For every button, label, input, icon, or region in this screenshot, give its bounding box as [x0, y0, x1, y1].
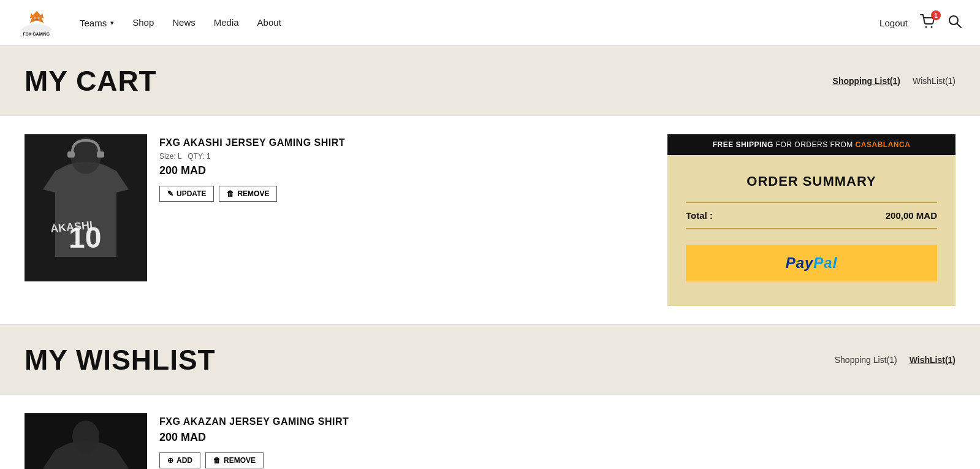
teams-link[interactable]: Teams ▾: [80, 18, 114, 28]
svg-point-10: [925, 26, 927, 28]
plus-icon: ⊕: [167, 456, 173, 465]
svg-point-11: [931, 26, 933, 28]
svg-point-8: [38, 17, 39, 18]
edit-icon: ✎: [167, 189, 173, 198]
news-label: News: [172, 17, 196, 28]
search-icon: [948, 15, 962, 28]
navigation: FOX GAMING Teams ▾ Shop News: [0, 0, 980, 46]
wishlist-title: MY WISHLIST: [25, 343, 216, 376]
about-label: About: [257, 17, 281, 28]
nav-item-shop[interactable]: Shop: [132, 17, 154, 28]
update-button[interactable]: ✎ UPDATE: [159, 186, 214, 202]
svg-rect-19: [97, 151, 104, 158]
product-image-akashi: 10 AKASHI: [25, 134, 147, 281]
wishlist-remove-button[interactable]: 🗑 REMOVE: [205, 452, 264, 468]
free-shipping-bar: FREE SHIPPING FOR ORDERS FROM CASABLANCA: [667, 134, 955, 155]
shop-link[interactable]: Shop: [132, 17, 154, 28]
paypal-pal-text: Pal: [813, 254, 837, 272]
total-label: Total :: [686, 210, 713, 221]
cart-items-list: 10 AKASHI FXG AKASHI JERSEY GAMING SHIRT…: [25, 134, 643, 306]
svg-line-13: [957, 23, 962, 28]
wishlist-section-header: MY WISHLIST Shopping List(1) WishList(1): [0, 324, 980, 395]
item-actions-akazan: ⊕ ADD 🗑 REMOVE: [159, 452, 955, 468]
nav-item-news[interactable]: News: [172, 17, 196, 28]
table-row: 10 AKASHI FXG AKASHI JERSEY GAMING SHIRT…: [25, 134, 643, 281]
akashi-jersey-svg: 10 AKASHI: [25, 134, 147, 281]
free-shipping-bold: FREE SHIPPING: [713, 140, 773, 149]
media-label: Media: [214, 17, 239, 28]
teams-label: Teams: [80, 18, 107, 28]
total-value: 200,00 MAD: [886, 210, 937, 221]
remove-button[interactable]: 🗑 REMOVE: [219, 186, 277, 202]
trash-icon: 🗑: [227, 189, 234, 198]
paypal-pay-text: Pay: [786, 254, 814, 272]
svg-text:FOX GAMING: FOX GAMING: [23, 31, 50, 36]
item-name-akazan: FXG AKAZAN JERSEY GAMING SHIRT: [159, 416, 955, 427]
order-summary-title: ORDER SUMMARY: [686, 173, 937, 189]
free-shipping-city: CASABLANCA: [856, 140, 911, 149]
svg-marker-2: [30, 11, 44, 23]
shop-label: Shop: [132, 17, 154, 28]
cart-section-header: MY CART Shopping List(1) WishList(1): [0, 46, 980, 116]
item-size: Size: L: [159, 152, 181, 161]
svg-rect-24: [81, 449, 91, 455]
nav-item-about[interactable]: About: [257, 17, 281, 28]
logo-icon: FOX GAMING: [18, 6, 55, 40]
teams-chevron-icon: ▾: [110, 19, 114, 27]
akazan-jersey-svg: 7 AKAZAN: [25, 413, 147, 469]
item-price-akazan: 200 MAD: [159, 431, 955, 444]
product-image-akazan: 7 AKAZAN: [25, 413, 147, 469]
item-actions-akashi: ✎ UPDATE 🗑 REMOVE: [159, 186, 643, 202]
nav-logo[interactable]: FOX GAMING: [18, 6, 55, 40]
nav-item-teams[interactable]: Teams ▾: [80, 18, 114, 28]
logout-button[interactable]: Logout: [879, 18, 908, 28]
svg-point-23: [72, 421, 99, 452]
svg-point-7: [34, 17, 36, 18]
trash-icon: 🗑: [213, 456, 221, 465]
cart-title: MY CART: [25, 64, 157, 97]
item-name-akashi: FXG AKASHI JERSEY GAMING SHIRT: [159, 137, 643, 148]
cart-wishlist-tab[interactable]: WishList(1): [913, 76, 955, 86]
item-details-akashi: FXG AKASHI JERSEY GAMING SHIRT Size: L Q…: [159, 134, 643, 202]
add-to-cart-button[interactable]: ⊕ ADD: [159, 452, 200, 468]
nav-links: Teams ▾ Shop News Media About: [80, 17, 879, 28]
cart-badge: 1: [931, 10, 941, 20]
free-shipping-text: FOR ORDERS FROM: [773, 140, 856, 149]
order-summary-body: ORDER SUMMARY Total : 200,00 MAD PayPal: [667, 155, 955, 306]
item-details-akazan: FXG AKAZAN JERSEY GAMING SHIRT 200 MAD ⊕…: [159, 413, 955, 468]
item-qty: QTY: 1: [188, 152, 210, 161]
nav-right: Logout 1: [879, 14, 962, 31]
cart-icon-wrapper[interactable]: 1: [920, 14, 936, 31]
table-row: 7 AKAZAN FXG AKAZAN JERSEY GAMING SHIRT …: [25, 413, 955, 469]
search-button[interactable]: [948, 15, 962, 31]
item-meta-akashi: Size: L QTY: 1: [159, 152, 643, 161]
paypal-button[interactable]: PayPal: [686, 245, 937, 281]
cart-tabs: Shopping List(1) WishList(1): [833, 76, 955, 86]
svg-point-9: [36, 18, 39, 20]
item-price-akashi: 200 MAD: [159, 164, 643, 177]
wishlist-content: 7 AKAZAN FXG AKAZAN JERSEY GAMING SHIRT …: [0, 395, 980, 469]
cart-content: 10 AKASHI FXG AKASHI JERSEY GAMING SHIRT…: [0, 116, 980, 324]
about-link[interactable]: About: [257, 17, 281, 28]
svg-rect-18: [67, 151, 75, 158]
media-link[interactable]: Media: [214, 17, 239, 28]
nav-item-media[interactable]: Media: [214, 17, 239, 28]
wishlist-shopping-list-tab[interactable]: Shopping List(1): [835, 355, 897, 365]
news-link[interactable]: News: [172, 17, 196, 28]
order-summary-panel: FREE SHIPPING FOR ORDERS FROM CASABLANCA…: [667, 134, 955, 306]
wishlist-wishlist-tab[interactable]: WishList(1): [910, 355, 955, 365]
cart-shopping-list-tab[interactable]: Shopping List(1): [833, 76, 900, 86]
wishlist-tabs: Shopping List(1) WishList(1): [835, 355, 955, 365]
order-total-row: Total : 200,00 MAD: [686, 202, 937, 229]
